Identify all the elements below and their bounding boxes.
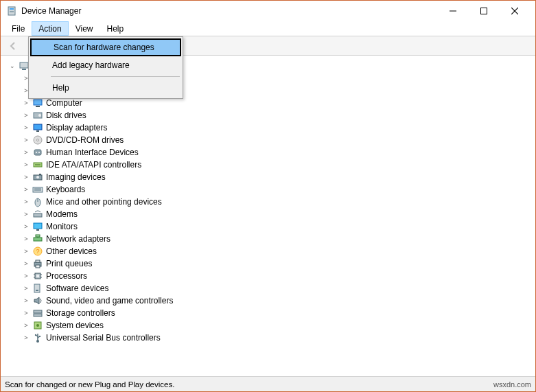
expander-icon[interactable]: > — [21, 259, 31, 268]
tree-item[interactable]: >Print queues — [3, 257, 533, 270]
tree-item-label: System devices — [46, 321, 104, 330]
svg-rect-26 — [39, 174, 41, 175]
modem-icon — [32, 209, 43, 220]
svg-point-20 — [36, 152, 37, 153]
svg-rect-35 — [34, 238, 42, 241]
back-button[interactable] — [5, 38, 21, 54]
expander-icon[interactable]: > — [21, 246, 31, 256]
expander-icon[interactable]: > — [21, 123, 31, 132]
tree-item-label: Keyboards — [46, 185, 85, 194]
keyboard-icon — [32, 184, 43, 195]
svg-rect-11 — [34, 100, 42, 105]
tree-item[interactable]: >Display adapters — [3, 122, 533, 134]
menu-file[interactable]: File — [5, 21, 32, 36]
tree-item-label: Display adapters — [46, 123, 107, 132]
menu-add-legacy-label: Add legacy hardware — [52, 60, 130, 70]
tree-item[interactable]: >Processors — [3, 270, 533, 282]
tree-item[interactable]: >Disk drives — [3, 109, 533, 122]
dvd-icon — [32, 135, 43, 146]
menu-help[interactable]: Help — [100, 21, 131, 36]
svg-rect-33 — [34, 223, 42, 229]
svg-rect-41 — [36, 260, 40, 262]
tree-item[interactable]: >Mice and other pointing devices — [3, 196, 533, 208]
svg-rect-12 — [36, 106, 40, 107]
expander-icon[interactable]: ⌄ — [8, 61, 17, 71]
expander-icon[interactable]: > — [21, 135, 31, 145]
window-title: Device Manager — [21, 6, 437, 16]
app-icon — [6, 5, 17, 16]
tree-item[interactable]: >Monitors — [3, 220, 533, 233]
menu-view[interactable]: View — [69, 21, 100, 36]
expander-icon[interactable]: > — [21, 321, 31, 330]
tree-item[interactable]: >Modems — [3, 208, 533, 220]
tree-item[interactable]: >Universal Serial Bus controllers — [3, 332, 533, 344]
expander-icon[interactable]: > — [21, 284, 31, 293]
menu-add-legacy[interactable]: Add legacy hardware — [30, 56, 181, 74]
status-text: Scan for changed or new Plug and Play de… — [5, 380, 493, 389]
tree-item-label: Network adapters — [46, 234, 110, 244]
tree-item[interactable]: >Software devices — [3, 282, 533, 295]
expander-icon[interactable]: > — [21, 234, 31, 244]
tree-item[interactable]: >?Other devices — [3, 245, 533, 257]
disk-icon — [32, 110, 43, 121]
display-icon — [32, 122, 43, 133]
tree-item[interactable]: >DVD/CD-ROM drives — [3, 134, 533, 146]
monitor-icon — [32, 221, 43, 232]
tree-item[interactable]: >Network adapters — [3, 233, 533, 245]
expander-icon[interactable]: > — [21, 271, 31, 281]
svg-rect-15 — [34, 124, 42, 130]
tree-item[interactable]: >System devices — [3, 319, 533, 332]
system-icon — [32, 320, 43, 331]
computer-icon — [32, 97, 43, 108]
expander-icon[interactable]: > — [21, 172, 31, 182]
svg-rect-58 — [39, 336, 40, 337]
device-tree-pane: ⌄ >>Bluetooth>Computer>Disk drives>Displ… — [1, 56, 535, 376]
tree-item-label: IDE ATA/ATAPI controllers — [46, 160, 141, 170]
usb-icon — [32, 332, 43, 343]
tree-item-label: Human Interface Devices — [46, 148, 139, 157]
svg-point-54 — [36, 324, 39, 327]
device-tree: ⌄ >>Bluetooth>Computer>Disk drives>Displ… — [1, 57, 535, 347]
minimize-button[interactable] — [437, 1, 468, 21]
tree-item[interactable]: >Keyboards — [3, 183, 533, 196]
close-button[interactable] — [499, 1, 530, 21]
tree-item-label: Software devices — [46, 284, 108, 293]
tree-item-label: DVD/CD-ROM drives — [46, 135, 124, 145]
window-controls — [437, 1, 530, 21]
action-dropdown: Scan for hardware changes Add legacy har… — [28, 36, 183, 99]
svg-rect-50 — [36, 290, 38, 291]
maximize-button[interactable] — [468, 1, 499, 21]
tree-item-label: Computer — [46, 98, 82, 108]
expander-icon[interactable]: > — [21, 148, 31, 157]
svg-text:?: ? — [36, 248, 39, 255]
expander-icon[interactable]: > — [21, 296, 31, 305]
menu-action-help[interactable]: Help — [30, 79, 181, 97]
expander-icon[interactable]: > — [21, 185, 31, 194]
expander-icon[interactable]: > — [21, 222, 31, 231]
svg-point-25 — [36, 176, 39, 178]
expander-icon[interactable]: > — [21, 209, 31, 219]
expander-icon[interactable]: > — [21, 160, 31, 170]
expander-icon[interactable]: > — [21, 197, 31, 207]
svg-rect-4 — [480, 8, 487, 14]
menu-scan-hardware[interactable]: Scan for hardware changes — [30, 38, 181, 56]
svg-rect-44 — [36, 275, 39, 277]
tree-item-label: Modems — [46, 209, 78, 219]
network-icon — [32, 233, 43, 244]
expander-icon[interactable]: > — [21, 333, 31, 343]
tree-item-label: Universal Serial Bus controllers — [46, 333, 161, 343]
expander-icon[interactable]: > — [21, 98, 31, 108]
svg-rect-19 — [34, 150, 41, 155]
storage-icon — [32, 308, 43, 319]
tree-item[interactable]: >Storage controllers — [3, 307, 533, 319]
menu-action[interactable]: Action — [32, 21, 68, 36]
expander-icon[interactable]: > — [21, 111, 31, 120]
tree-item[interactable]: >Sound, video and game controllers — [3, 295, 533, 307]
svg-point-14 — [38, 114, 41, 117]
tree-item[interactable]: >Imaging devices — [3, 171, 533, 183]
expander-icon[interactable]: > — [21, 308, 31, 318]
tree-item[interactable]: >IDE ATA/ATAPI controllers — [3, 159, 533, 171]
tree-item[interactable]: >Human Interface Devices — [3, 146, 533, 159]
status-right: wsxdn.com — [493, 380, 531, 389]
svg-rect-36 — [36, 235, 40, 237]
